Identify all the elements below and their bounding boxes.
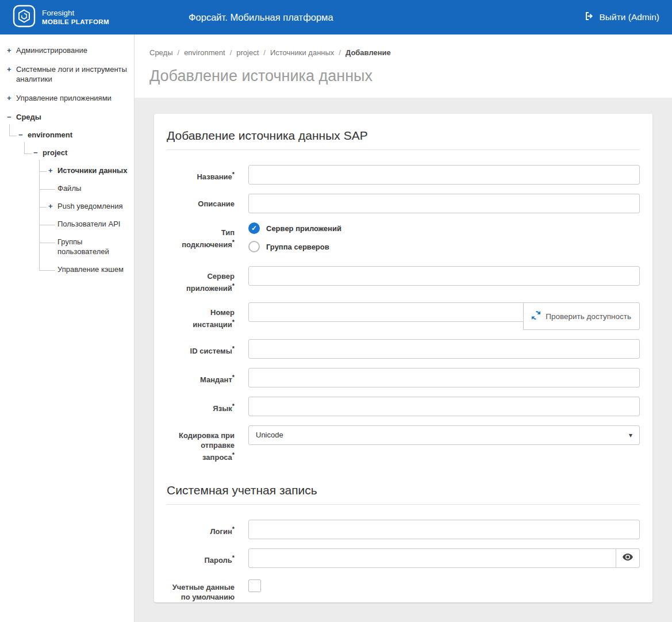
label-text: Язык [213,404,232,413]
required-mark: * [232,554,235,561]
instance-label: Номер инстанции* [167,302,235,329]
description-input[interactable] [248,194,640,213]
collapse-icon[interactable]: − [18,130,28,140]
app-title: Форсайт. Мобильная платформа [189,12,333,23]
check-availability-label: Проверить доступность [546,312,631,321]
label-text: Номер инстанции [193,308,235,329]
chevron-down-icon: ▾ [629,431,632,439]
breadcrumb-separator: / [263,48,266,57]
sign-out-icon [584,11,594,24]
collapse-icon[interactable]: − [33,148,43,158]
sidebar-item-environments[interactable]: − Среды [0,108,134,127]
sidebar-item-user-groups[interactable]: Группы пользователей [39,233,134,261]
required-mark: * [232,402,235,409]
name-input[interactable] [248,165,640,185]
mandant-input[interactable] [248,368,640,387]
sidebar-item-push-notifications[interactable]: + Push уведомления [39,198,134,216]
brand-logo-block[interactable]: Foresight MOBILE PLATFORM [13,5,109,30]
sidebar-item-administration[interactable]: + Администрирование [0,41,134,60]
breadcrumb-item-environments[interactable]: Среды [149,48,173,57]
sidebar-item-label: project [43,148,67,158]
sidebar-item-environment[interactable]: − environment [9,126,134,144]
page-head: Среды / environment / project / Источник… [135,34,672,98]
description-row: Описание [167,194,640,213]
show-password-button[interactable] [616,548,640,568]
app-server-input[interactable] [248,266,640,286]
sidebar-item-label: Push уведомления [57,202,123,212]
name-field-label: Название* [167,165,235,185]
radio-unchecked-icon[interactable] [248,241,260,252]
breadcrumb-item-current: Добавление [345,48,391,57]
required-mark: * [232,318,235,325]
expand-icon[interactable]: + [7,94,16,103]
expand-icon[interactable]: + [48,202,57,211]
sidebar-item-api-users[interactable]: Пользователи API [39,216,134,233]
logout-label: Выйти (Admin) [600,12,659,22]
label-text: Логин [210,527,232,536]
environments-tree: − environment − project + Источники данн… [9,126,134,278]
breadcrumb-item-environment[interactable]: environment [184,48,225,57]
logout-button[interactable]: Выйти (Admin) [584,11,659,24]
system-id-field [248,339,640,359]
label-text: Описание [198,199,235,208]
sidebar-item-data-sources[interactable]: + Источники данных [39,162,134,180]
sidebar-item-label: Управление кэшем [57,265,124,275]
content-area: Добавление источника данных SAP Название… [135,98,672,622]
main-area: Среды / environment / project / Источник… [135,34,672,622]
login-input[interactable] [248,520,640,539]
check-availability-button[interactable]: Проверить доступность [523,302,640,329]
radio-app-server[interactable]: ✓ Сервер приложений [248,222,640,234]
eye-icon [623,554,633,562]
app: Foresight MOBILE PLATFORM Форсайт. Мобил… [0,0,672,622]
breadcrumb-item-project[interactable]: project [236,48,259,57]
sidebar-item-files[interactable]: Файлы [39,180,134,198]
mandant-row: Мандант* [167,368,640,387]
default-credentials-checkbox[interactable] [248,579,261,592]
sidebar: + Администрирование + Системные логи и и… [0,34,135,622]
sidebar-item-project[interactable]: − project [24,144,134,162]
radio-checked-icon[interactable]: ✓ [248,222,260,234]
brand-text: Foresight MOBILE PLATFORM [42,8,109,26]
environment-subtree: − project + Источники данных Файлы + [24,144,134,278]
breadcrumb-separator: / [178,48,180,57]
sidebar-item-label: Источники данных [57,166,127,176]
language-row: Язык* [167,397,640,416]
instance-input[interactable] [248,302,524,322]
label-text: Учетные данные по умолчанию [172,583,235,602]
expand-icon[interactable]: + [7,65,16,74]
sidebar-item-cache-management[interactable]: Управление кэшем [39,261,134,279]
default-credentials-label: Учетные данные по умолчанию [167,577,235,602]
password-row: Пароль* [167,548,640,568]
expand-icon[interactable]: + [7,46,16,55]
expand-icon[interactable]: + [48,166,57,175]
password-label: Пароль* [167,548,235,568]
sidebar-item-label: Администрирование [16,46,87,56]
label-text: Название [197,172,232,181]
form-card: Добавление источника данных SAP Название… [154,114,652,602]
system-id-row: ID системы* [167,339,640,359]
sidebar-item-app-management[interactable]: + Управление приложениями [0,89,134,108]
breadcrumb-separator: / [339,48,341,57]
system-id-input[interactable] [248,339,640,359]
encoding-field: Unicode ▾ [248,425,640,463]
login-field [248,520,640,539]
project-subtree: + Источники данных Файлы + Push уведомле… [39,162,134,278]
breadcrumb-item-data-sources[interactable]: Источники данных [270,48,334,57]
encoding-label: Кодировка при отправке запроса* [167,425,235,463]
label-text: Сервер приложений [186,272,235,293]
encoding-select[interactable]: Unicode ▾ [248,425,640,445]
collapse-icon[interactable]: − [7,113,16,122]
connection-type-row: Тип подключения* ✓ Сервер приложений Гру… [167,222,640,252]
language-label: Язык* [167,397,235,416]
radio-server-group[interactable]: Группа серверов [248,241,640,252]
language-input[interactable] [248,397,640,416]
required-mark: * [232,171,235,178]
password-input[interactable] [248,548,616,568]
description-field [248,194,640,213]
refresh-icon [532,311,540,321]
sidebar-item-system-logs[interactable]: + Системные логи и инструменты аналитики [0,60,134,89]
instance-field: Проверить доступность [248,302,640,329]
page-body: + Администрирование + Системные логи и и… [0,34,672,622]
login-label: Логин* [167,520,235,539]
name-field [248,165,640,185]
